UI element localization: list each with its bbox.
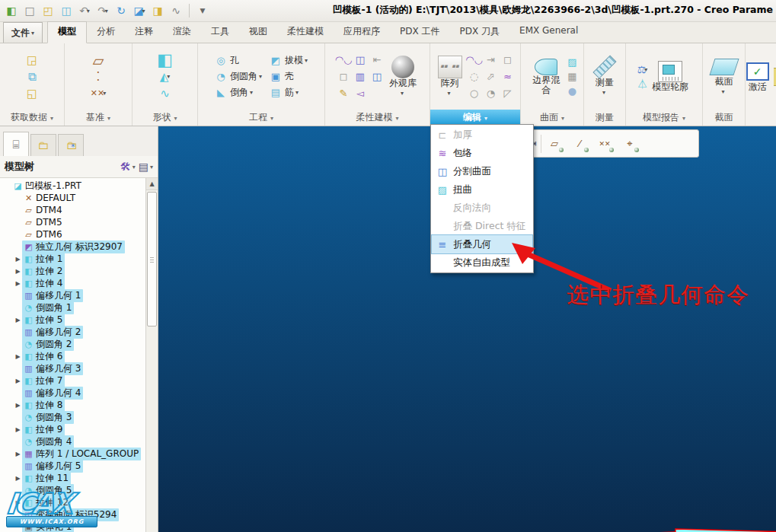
tree-filters-icon[interactable]: ▤▾ bbox=[139, 161, 153, 173]
tree-item[interactable]: ◧拉伸 2 bbox=[22, 265, 65, 278]
tree-item[interactable]: ◧拉伸 1 bbox=[22, 253, 65, 266]
tree-row[interactable]: ◔倒圆角 4 bbox=[0, 435, 145, 448]
group-label-measure[interactable]: 测量 bbox=[584, 110, 625, 126]
tree-row[interactable]: ▥偏移几何 3 bbox=[0, 362, 145, 374]
merge-icon[interactable]: ◌ bbox=[467, 69, 482, 84]
mirror-icon[interactable]: ◠◡ bbox=[467, 53, 482, 68]
tree-item[interactable]: ▥偏移几何 2 bbox=[22, 326, 83, 339]
tree-item[interactable]: ◔倒圆角 1 bbox=[22, 301, 74, 314]
tree-item[interactable]: ▥偏移几何 3 bbox=[22, 362, 83, 375]
boundary-blend-button[interactable]: 边界混合 bbox=[527, 58, 565, 96]
intersect-icon[interactable]: ○ bbox=[467, 86, 482, 101]
rib-button[interactable]: ▤筋 ▾ bbox=[270, 86, 308, 100]
flex-attach-icon[interactable] bbox=[369, 86, 385, 101]
group-label-engineering[interactable]: 工程 ▾ bbox=[198, 110, 324, 126]
expand-arrow-icon[interactable]: ▶ bbox=[14, 451, 22, 457]
tree-row[interactable]: ◔倒圆角 2 bbox=[0, 338, 145, 350]
tree-item[interactable]: ◧拉伸 9 bbox=[22, 423, 65, 436]
tree-item[interactable]: ▱DTM5 bbox=[22, 217, 65, 228]
tab-工具[interactable]: 工具 bbox=[201, 22, 239, 43]
open-icon[interactable]: ◰ bbox=[40, 2, 56, 19]
revolve-icon[interactable]: ◭ ▾ bbox=[158, 70, 173, 84]
menu-item-折叠几何[interactable]: ≡折叠几何 bbox=[432, 235, 532, 253]
tab-注释[interactable]: 注释 bbox=[125, 22, 163, 43]
expand-arrow-icon[interactable]: ▶ bbox=[14, 317, 22, 323]
datum-plane-icon[interactable]: ▱ bbox=[91, 53, 106, 67]
tree-item[interactable]: ▥偏移几何 1 bbox=[22, 289, 83, 302]
tree-row[interactable]: ▱DTM6 bbox=[0, 228, 145, 241]
tab-渲染[interactable]: 渲染 bbox=[163, 22, 201, 43]
project-icon[interactable]: ◔ bbox=[484, 86, 499, 101]
tab-PDX 刀具[interactable]: PDX 刀具 bbox=[450, 22, 510, 43]
style-icon[interactable]: ▦ bbox=[567, 71, 576, 82]
tab-模型[interactable]: 模型 bbox=[47, 21, 87, 43]
trim-icon[interactable]: ◸ bbox=[500, 86, 516, 101]
menu-item-分割曲面[interactable]: ◫分割曲面 bbox=[432, 162, 532, 180]
expand-arrow-icon[interactable]: ▶ bbox=[14, 377, 22, 384]
tree-row[interactable]: ▶◧拉伸 5 bbox=[0, 314, 145, 326]
flex-substitute-icon[interactable]: ▥ bbox=[353, 69, 368, 84]
tree-item[interactable]: ▥偏移几何 5 bbox=[22, 460, 83, 473]
tree-settings-icon[interactable]: 🛠▾ bbox=[120, 161, 136, 173]
tab-分析[interactable]: 分析 bbox=[87, 22, 125, 43]
flex-remove-icon[interactable]: ◅ bbox=[353, 86, 368, 101]
file-menu-button[interactable]: 文件 ▾ bbox=[3, 22, 43, 43]
tab-PDX 工件[interactable]: PDX 工件 bbox=[390, 22, 450, 43]
section-button[interactable]: 截面 ▾ bbox=[710, 56, 739, 97]
tree-row[interactable]: ▥偏移几何 5 bbox=[0, 460, 145, 472]
tree-item[interactable]: ◧拉伸 5 bbox=[22, 314, 65, 327]
tree-item[interactable]: ◔倒圆角 3 bbox=[22, 411, 74, 424]
tree-item[interactable]: ◧拉伸 7 bbox=[22, 374, 65, 387]
tree-row[interactable]: ◔倒圆角 3 bbox=[0, 411, 145, 423]
expand-arrow-icon[interactable]: ▶ bbox=[14, 475, 22, 482]
tree-item[interactable]: ◧拉伸 4 bbox=[22, 277, 65, 290]
chamfer-button[interactable]: ◣倒角 ▾ bbox=[215, 86, 262, 100]
axis-display-icon[interactable]: ⁄ bbox=[567, 132, 592, 155]
tree-row[interactable]: ▥偏移几何 1 bbox=[0, 289, 145, 301]
tree-item[interactable]: ▥偏移几何 4 bbox=[22, 387, 83, 400]
mass-properties-icon[interactable]: ⚖ ▾ bbox=[637, 64, 648, 75]
round-button[interactable]: ◔倒圆角 ▾ bbox=[215, 70, 262, 84]
offset-icon[interactable]: ≈ bbox=[500, 69, 516, 84]
tree-item[interactable]: ◧拉伸 11 bbox=[22, 472, 71, 485]
tree-row[interactable]: ▥偏移几何 4 bbox=[0, 387, 145, 399]
flex-pattern-icon[interactable]: ◫ bbox=[369, 69, 385, 84]
activate-button[interactable]: ✓ 激活 bbox=[744, 60, 771, 93]
paste-icon[interactable]: ◻ bbox=[500, 53, 516, 68]
expand-arrow-icon[interactable]: ▶ bbox=[14, 426, 22, 433]
tree-row[interactable]: ◪凹模板-1.PRT bbox=[0, 180, 145, 192]
extrude-icon[interactable]: ◧ bbox=[158, 53, 173, 67]
tree-row[interactable]: ▥偏移几何 2 bbox=[0, 326, 145, 338]
flex-move-icon[interactable]: ◠◡ bbox=[336, 53, 351, 68]
measure-button[interactable]: 测量 ▾ bbox=[590, 56, 619, 98]
expand-arrow-icon[interactable]: ▶ bbox=[14, 268, 22, 275]
menu-item-扭曲[interactable]: ▨扭曲 bbox=[432, 180, 532, 199]
tree-scrollbar[interactable]: ▲ bbox=[145, 178, 158, 532]
menu-item-包络[interactable]: ≋包络 bbox=[432, 144, 532, 162]
datum-point-icon[interactable]: ✕✕ ▾ bbox=[91, 87, 106, 100]
flex-mirror-icon[interactable]: ◻ bbox=[336, 69, 351, 84]
hole-button[interactable]: ◎孔 bbox=[215, 54, 262, 68]
group-label-shapes[interactable]: 形状 ▾ bbox=[133, 110, 197, 126]
folder-browser-tab[interactable]: 🗀 bbox=[30, 134, 56, 156]
expand-arrow-icon[interactable]: ▶ bbox=[14, 280, 22, 287]
window-icon[interactable]: ◧ bbox=[3, 2, 20, 19]
tree-item[interactable]: ▱DTM6 bbox=[22, 229, 65, 240]
flex-edit-round-icon[interactable]: ✎ bbox=[336, 86, 351, 101]
regenerate-icon[interactable]: ↻ bbox=[113, 2, 129, 19]
tree-row[interactable]: ▶◧拉伸 7 bbox=[0, 374, 145, 387]
tree-item[interactable]: ◧拉伸 6 bbox=[22, 350, 65, 363]
tree-row[interactable]: ▶◧拉伸 2 bbox=[0, 265, 145, 277]
tree-row[interactable]: ◩独立几何 标识32907 bbox=[0, 241, 145, 253]
tree-item[interactable]: ▦阵列 1 / LOCAL_GROUP bbox=[22, 448, 141, 460]
tree-row[interactable]: ◔倒圆角 1 bbox=[0, 301, 145, 314]
group-label-flexible[interactable]: 柔性建模 ▾ bbox=[325, 110, 430, 126]
tab-应用程序[interactable]: 应用程序 bbox=[334, 22, 390, 43]
tree-row[interactable]: ▶◧拉伸 1 bbox=[0, 253, 145, 265]
tree-item[interactable]: ◔倒圆角 4 bbox=[22, 435, 74, 448]
group-label-section[interactable]: 截面 bbox=[703, 110, 745, 126]
point-display-icon[interactable]: ✕✕ bbox=[592, 132, 617, 155]
plane-display-icon[interactable]: ▱ bbox=[542, 132, 567, 155]
tree-row[interactable]: ▶◧拉伸 11 bbox=[0, 472, 145, 484]
model-tree-tab[interactable]: ⌸ bbox=[3, 132, 29, 156]
